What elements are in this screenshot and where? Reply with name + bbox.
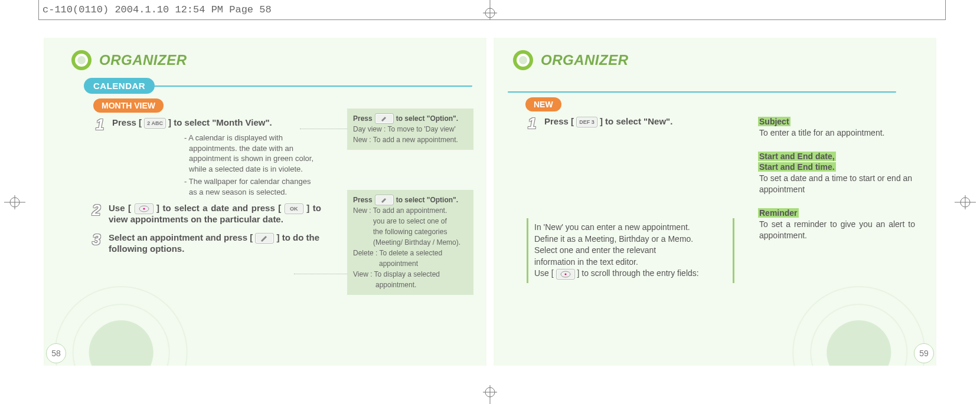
option-box-1: Press to select "Option". Day view : To … xyxy=(347,109,473,150)
svg-point-21 xyxy=(564,273,566,275)
option-box-2: Press to select "Option". New : To add a… xyxy=(347,190,473,295)
registration-mark-right xyxy=(955,193,976,211)
svg-point-19 xyxy=(519,56,527,64)
field-subject-title: Subject xyxy=(758,117,790,126)
pen-key-icon xyxy=(255,233,274,244)
field-definitions: Subject To enter a title for an appointm… xyxy=(758,117,915,254)
section-title: ORGANIZER xyxy=(99,52,187,68)
field-date-title-1: Start and End date, xyxy=(758,152,836,161)
key-2abc-icon: 2 ABC xyxy=(144,118,166,129)
calendar-rule xyxy=(153,86,472,87)
field-subject-body: To enter a title for an appointment. xyxy=(759,127,915,139)
section-header-right: ORGANIZER xyxy=(512,50,914,71)
pen-key-icon xyxy=(375,195,394,205)
step-3-text: Select an appointment and press [ ] to d… xyxy=(109,232,321,254)
page-number-right: 59 xyxy=(914,343,934,363)
calendar-row: CALENDAR xyxy=(84,78,472,94)
field-reminder-body: To set a reminder to give you an alert t… xyxy=(759,219,915,241)
connector-line xyxy=(294,274,347,274)
registration-mark-bottom xyxy=(481,385,499,404)
print-header-text: c-110(0110) 2004.1.10 12:54 PM Page 58 xyxy=(39,4,272,15)
step-2-text: Use [ ] to select a date and press [ OK … xyxy=(109,203,321,224)
section-bullet-icon xyxy=(512,50,534,71)
section-title: ORGANIZER xyxy=(541,52,629,68)
field-date-title-2: Start and End time. xyxy=(758,162,836,172)
step-number-icon: 1 xyxy=(528,117,540,129)
svg-point-16 xyxy=(143,208,145,210)
page-right: ORGANIZER NEW 1 Press [ DEF 3 ] to selec… xyxy=(490,34,940,369)
section-bullet-icon xyxy=(71,50,92,71)
page-left: ORGANIZER CALENDAR MONTH VIEW 1 Press [ … xyxy=(40,34,490,369)
step-1-notes: - A calendar is displayed with appointme… xyxy=(184,133,320,197)
month-view-pill: MONTH VIEW xyxy=(93,98,164,113)
option-box-1-head: Press to select "Option". xyxy=(353,113,468,124)
step-1-right-text: Press [ DEF 3 ] to select "New". xyxy=(544,116,672,129)
info-line-5: Use [ ] to scroll through the entry fiel… xyxy=(534,268,727,280)
connector-line xyxy=(300,129,347,129)
key-ok-icon: OK xyxy=(285,203,303,214)
pen-key-icon xyxy=(375,113,394,124)
calendar-pill: CALENDAR xyxy=(84,78,155,94)
step-number-icon: 2 xyxy=(92,204,104,224)
new-info-box: In 'New' you can enter a new appointment… xyxy=(527,218,734,283)
page-spread: ORGANIZER CALENDAR MONTH VIEW 1 Press [ … xyxy=(40,34,940,369)
field-date-body: To set a date and a time to start or end… xyxy=(759,173,915,195)
key-3def-icon: DEF 3 xyxy=(576,117,597,127)
calendar-rule-right xyxy=(508,91,896,93)
field-reminder-title: Reminder xyxy=(758,208,799,218)
option-box-2-head: Press to select "Option". xyxy=(353,195,468,205)
registration-mark-left xyxy=(4,193,25,211)
page-number-left: 58 xyxy=(46,343,66,363)
section-header-left: ORGANIZER xyxy=(71,50,472,71)
nav-ring-icon xyxy=(556,269,575,280)
registration-mark-top xyxy=(481,0,499,20)
step-number-icon: 1 xyxy=(96,119,107,130)
step-1-text: Press [ 2 ABC ] to select "Month View". xyxy=(112,117,272,130)
nav-ring-icon xyxy=(135,203,153,214)
svg-point-14 xyxy=(77,56,86,64)
step-number-icon: 3 xyxy=(92,234,104,254)
new-pill: NEW xyxy=(525,97,561,111)
